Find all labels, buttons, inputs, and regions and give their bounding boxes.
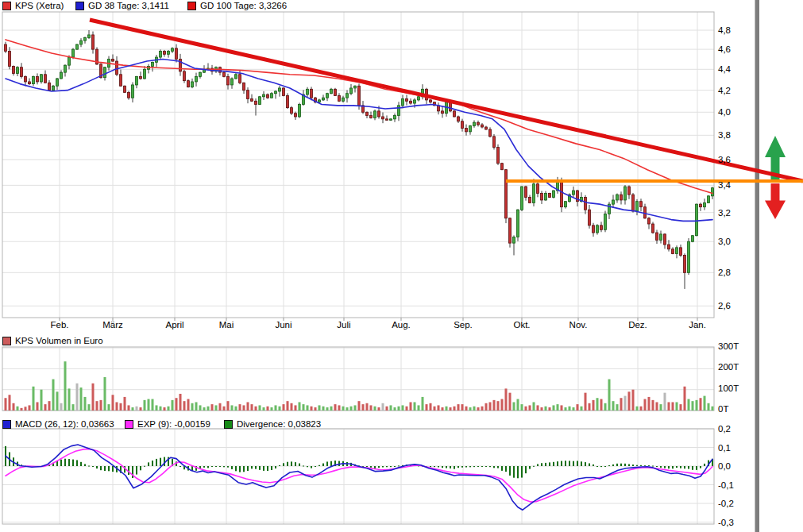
svg-text:Feb.: Feb. <box>50 320 68 330</box>
volume-series-swatch-icon <box>2 337 11 345</box>
svg-text:3,2: 3,2 <box>718 208 731 218</box>
divergence-swatch-icon <box>224 420 233 429</box>
macd-swatch-icon <box>2 420 11 429</box>
legend-item-kps: KPS (Xetra) <box>2 1 64 11</box>
kps-chart-page: 4,84,64,44,24,03,83,63,43,23,02,82,6300T… <box>0 0 803 532</box>
svg-text:Mai: Mai <box>219 320 234 330</box>
svg-text:0,1: 0,1 <box>718 443 731 453</box>
gd100-swatch-icon <box>187 2 196 10</box>
svg-text:Dez.: Dez. <box>628 320 647 330</box>
svg-text:200T: 200T <box>718 362 739 372</box>
legend-item-exp: EXP (9): -0,00159 <box>125 419 210 430</box>
svg-text:April: April <box>165 320 183 330</box>
divergence-value-label: Divergence: 0,03823 <box>237 419 321 430</box>
chart-canvas: 4,84,64,44,24,03,83,63,43,23,02,82,6300T… <box>0 0 803 532</box>
legend-item-divergence: Divergence: 0,03823 <box>224 419 321 430</box>
svg-text:4,4: 4,4 <box>718 64 732 74</box>
svg-text:3,4: 3,4 <box>718 180 732 190</box>
kps-series-swatch-icon <box>2 2 11 10</box>
svg-text:Juli: Juli <box>337 320 350 330</box>
svg-text:-0,3: -0,3 <box>718 518 734 527</box>
svg-text:4,6: 4,6 <box>718 44 731 54</box>
svg-text:März: März <box>102 320 123 330</box>
gd38-label: GD 38 Tage: 3,1411 <box>88 1 169 11</box>
gd100-label: GD 100 Tage: 3,3266 <box>200 1 287 11</box>
svg-text:2,6: 2,6 <box>718 301 731 310</box>
svg-text:4,2: 4,2 <box>718 86 731 95</box>
kps-chart-svg: 4,84,64,44,24,03,83,63,43,23,02,82,6300T… <box>0 0 803 532</box>
svg-text:0T: 0T <box>718 404 728 414</box>
svg-text:3,0: 3,0 <box>718 237 731 246</box>
legend-item-gd100: GD 100 Tage: 3,3266 <box>187 1 287 11</box>
price-legend: KPS (Xetra) GD 38 Tage: 3,1411 GD 100 Ta… <box>0 1 803 11</box>
svg-text:4,0: 4,0 <box>718 107 731 117</box>
svg-text:2,8: 2,8 <box>718 268 731 277</box>
macd-value-label: MACD (26, 12): 0,03663 <box>15 419 114 430</box>
svg-text:0,0: 0,0 <box>718 461 731 471</box>
svg-text:4,8: 4,8 <box>718 25 731 35</box>
exp-swatch-icon <box>125 420 133 429</box>
legend-item-gd38: GD 38 Tage: 3,1411 <box>75 1 169 11</box>
legend-item-volume: KPS Volumen in Euro <box>2 336 103 346</box>
svg-text:Sep.: Sep. <box>454 320 473 330</box>
svg-text:3,8: 3,8 <box>718 130 731 140</box>
svg-text:Aug.: Aug. <box>392 320 411 330</box>
svg-text:3,6: 3,6 <box>718 155 731 164</box>
volume-series-label: KPS Volumen in Euro <box>15 336 103 346</box>
macd-legend: MACD (26, 12): 0,03663 EXP (9): -0,00159… <box>0 419 803 430</box>
exp-value-label: EXP (9): -0,00159 <box>137 419 210 430</box>
svg-text:-0,1: -0,1 <box>718 480 734 490</box>
right-divider-bar <box>755 0 760 532</box>
svg-text:Okt.: Okt. <box>513 320 530 330</box>
legend-item-macd: MACD (26, 12): 0,03663 <box>2 419 114 430</box>
svg-text:Juni: Juni <box>275 320 291 330</box>
svg-text:100T: 100T <box>718 384 739 393</box>
kps-series-label: KPS (Xetra) <box>15 1 64 11</box>
svg-text:Nov.: Nov. <box>569 320 588 330</box>
gd38-swatch-icon <box>75 2 84 10</box>
svg-text:Jan.: Jan. <box>689 320 706 330</box>
volume-legend: KPS Volumen in Euro <box>0 336 803 346</box>
svg-text:-0,2: -0,2 <box>718 499 734 508</box>
